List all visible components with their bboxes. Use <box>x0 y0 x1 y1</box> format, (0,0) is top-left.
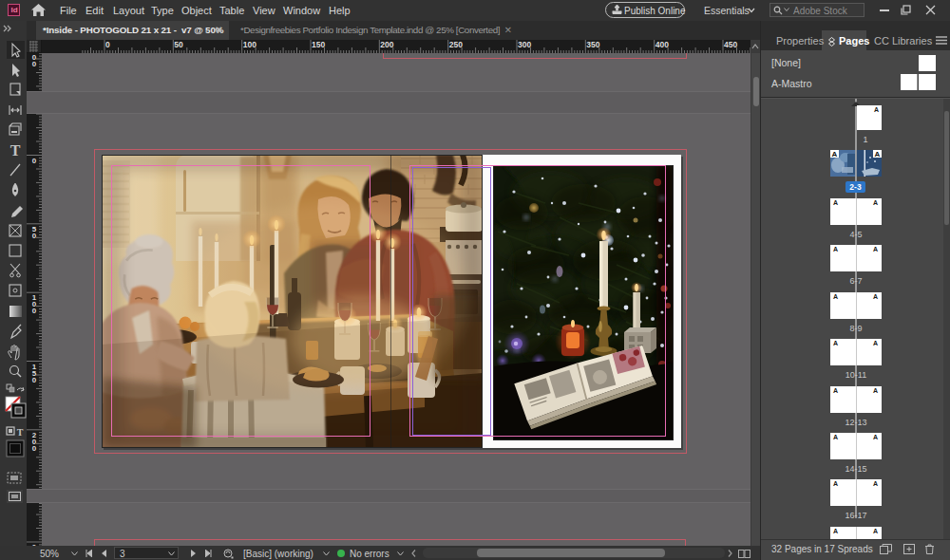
svg-text:T: T <box>10 142 21 159</box>
svg-text:A: A <box>832 150 838 159</box>
svg-text:0: 0 <box>105 40 110 49</box>
svg-text:400: 400 <box>656 40 669 49</box>
svg-text:200: 200 <box>380 40 393 49</box>
svg-text:100: 100 <box>243 40 256 49</box>
svg-text:0: 0 <box>32 376 37 384</box>
svg-text:150: 150 <box>312 40 325 49</box>
svg-text:0: 0 <box>32 444 37 453</box>
svg-text:350: 350 <box>586 40 599 49</box>
svg-text:0: 0 <box>32 157 37 165</box>
svg-text:50: 50 <box>174 40 183 49</box>
svg-text:A: A <box>875 150 881 159</box>
svg-text:300: 300 <box>518 40 531 49</box>
svg-text:450: 450 <box>724 40 737 49</box>
svg-text:0: 0 <box>32 60 37 68</box>
svg-text:0: 0 <box>32 307 37 315</box>
svg-text:T: T <box>17 427 24 438</box>
svg-text:0: 0 <box>32 232 37 240</box>
svg-text:250: 250 <box>449 40 463 49</box>
